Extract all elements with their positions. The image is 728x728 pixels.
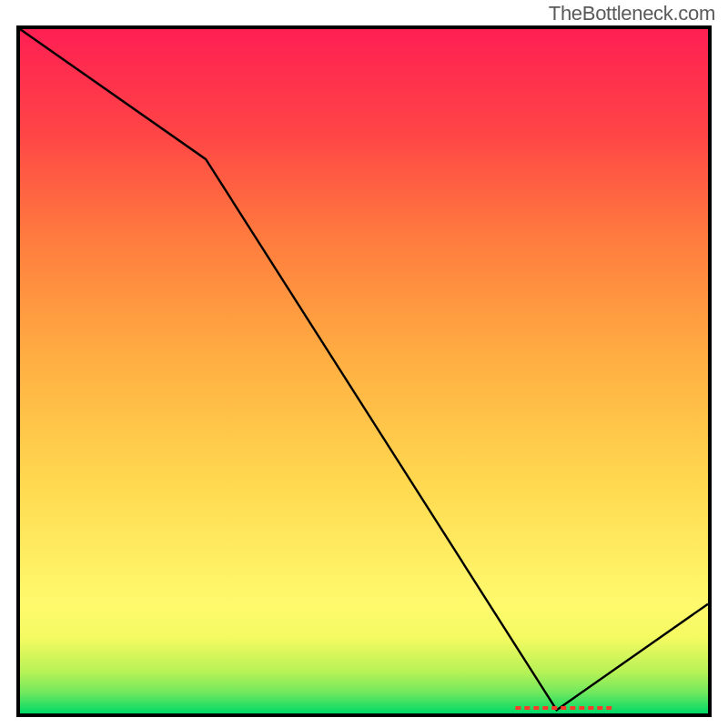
plot-background	[20, 29, 708, 713]
chart-container: TheBottleneck.com	[0, 0, 728, 728]
watermark-text: TheBottleneck.com	[549, 2, 715, 25]
bottleneck-chart	[0, 0, 728, 728]
